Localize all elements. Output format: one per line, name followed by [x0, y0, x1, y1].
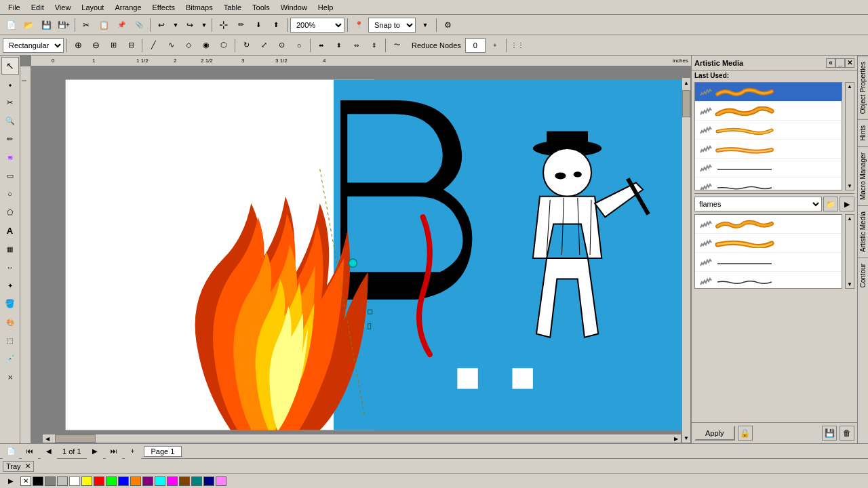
polygon-tool-btn[interactable]: ⬠ [1, 203, 19, 221]
mirror-v-btn[interactable]: ⇕ [366, 38, 382, 53]
yellow-swatch[interactable] [81, 476, 92, 486]
scrollbar-vertical[interactable]: ▲ ▼ [682, 77, 691, 443]
gray-swatch[interactable] [45, 476, 56, 486]
list-scroll-down[interactable]: ▼ [846, 182, 853, 190]
ellipse-tool-btn[interactable]: ○ [1, 185, 19, 203]
navy-swatch[interactable] [203, 476, 214, 486]
no-color-swatch[interactable]: ✕ [20, 476, 31, 486]
paste-button[interactable]: 📌 [113, 18, 130, 33]
scroll-thumb-horizontal[interactable] [55, 434, 96, 443]
panel-minimize[interactable]: _ [835, 58, 845, 68]
play-animation-btn[interactable]: ▶ [3, 474, 19, 489]
redo-dropdown[interactable]: ▼ [199, 18, 209, 33]
menu-bitmaps[interactable]: Bitmaps [180, 2, 218, 13]
flame-brush-3[interactable] [695, 253, 842, 272]
green-swatch[interactable] [106, 476, 117, 486]
freehand-tool-btn[interactable]: ✏ [1, 130, 19, 148]
flame-brush-1[interactable] [695, 215, 842, 234]
menu-edit[interactable]: Edit [26, 2, 50, 13]
panel-chevron-left[interactable]: « [826, 58, 835, 68]
brush-item-5[interactable] [695, 159, 842, 178]
brush-item-4[interactable] [695, 140, 842, 159]
menu-file[interactable]: File [3, 2, 26, 13]
interactive-tool-btn[interactable]: ✦ [1, 277, 19, 294]
tab-object-properties[interactable]: Object Properties [858, 56, 868, 119]
options-button[interactable]: ⚙ [439, 18, 456, 33]
flames-scroll-up[interactable]: ▲ [846, 215, 853, 222]
tab-hints[interactable]: Hints [858, 119, 868, 146]
red-swatch[interactable] [94, 476, 104, 486]
add-page-btn[interactable]: + [125, 444, 141, 459]
shape-select[interactable]: Rectangular [3, 38, 64, 53]
mirror-h-btn[interactable]: ⇔ [349, 38, 365, 53]
table-tool-btn[interactable]: ▦ [1, 240, 19, 258]
orange-swatch[interactable] [130, 476, 141, 486]
browse-folder-btn[interactable]: 📁 [823, 197, 838, 211]
select-tool-btn[interactable]: ↖ [1, 57, 19, 75]
smart-fill-btn[interactable]: 🎨 [1, 313, 19, 331]
canvas-area[interactable]: 0 1 1 1/2 2 2 1/2 3 3 1/2 4 inches | [20, 56, 691, 443]
export-button[interactable]: ⬆ [268, 18, 284, 33]
pink-swatch[interactable] [216, 476, 226, 486]
magenta-swatch[interactable] [167, 476, 178, 486]
save-as-button[interactable]: 💾+ [56, 18, 72, 33]
extend-curve-btn[interactable]: ⤢ [256, 38, 272, 53]
artistic-media-btn[interactable]: ≋ [1, 148, 19, 166]
last-page-btn[interactable]: ⏭ [106, 444, 122, 459]
open-curve-btn[interactable]: ○ [291, 38, 307, 53]
text-tool-btn[interactable]: A [1, 222, 19, 239]
category-select[interactable]: flames arrows artistic [694, 197, 822, 211]
list-scroll-up[interactable]: ▲ [846, 83, 853, 90]
menu-table[interactable]: Table [218, 2, 247, 13]
undo-button[interactable]: ↩ [153, 18, 170, 33]
menu-effects[interactable]: Effects [147, 2, 180, 13]
brush-item-6[interactable] [695, 178, 842, 190]
to-curve-btn[interactable]: ∿ [163, 38, 179, 53]
brush-item-2[interactable] [695, 102, 842, 121]
flame-brush-2[interactable] [695, 234, 842, 253]
del-node-btn[interactable]: ⊖ [87, 38, 104, 53]
redo-button[interactable]: ↪ [182, 18, 198, 33]
misc-btn[interactable]: ⋮⋮ [509, 38, 526, 53]
apply-button[interactable]: Apply [694, 426, 735, 441]
paste-special-button[interactable]: 📎 [131, 18, 147, 33]
symmetric-btn[interactable]: ⬡ [216, 38, 232, 53]
cut-button[interactable]: ✂ [78, 18, 94, 33]
save-button[interactable]: 💾 [38, 18, 54, 33]
dimension-tool-btn[interactable]: ↔ [1, 258, 19, 276]
node-tool-btn[interactable]: ⬥ [1, 75, 19, 93]
brush-item-1[interactable] [695, 83, 842, 102]
flames-brush-list[interactable] [694, 214, 842, 289]
prev-page-btn[interactable]: ◀ [41, 444, 57, 459]
menu-tools[interactable]: Tools [247, 2, 275, 13]
scroll-thumb-vertical[interactable] [682, 90, 690, 117]
new-button[interactable]: 📄 [3, 18, 19, 33]
tray-label-btn[interactable]: Tray ✕ [3, 461, 34, 472]
to-line-btn[interactable]: ╱ [145, 38, 161, 53]
tray-icon[interactable]: 📄 [3, 444, 19, 459]
flame-brush-4[interactable] [695, 272, 842, 289]
cusp-btn[interactable]: ◇ [180, 38, 197, 53]
tray-close-icon[interactable]: ✕ [25, 462, 31, 470]
copy-button[interactable]: 📋 [96, 18, 112, 33]
add-node-btn[interactable]: ⊕ [70, 38, 86, 53]
menu-layout[interactable]: Layout [76, 2, 109, 13]
scroll-up-arrow[interactable]: ▲ [682, 78, 691, 87]
open-button[interactable]: 📂 [20, 18, 37, 33]
purple-swatch[interactable] [142, 476, 153, 486]
align-h-btn[interactable]: ⬌ [313, 38, 330, 53]
lock-button[interactable]: 🔒 [738, 426, 753, 441]
list-scrollbar[interactable]: ▲ ▼ [845, 82, 854, 190]
select-tool[interactable]: ⊹ [215, 18, 231, 33]
cyan-swatch[interactable] [155, 476, 165, 486]
scroll-left-arrow[interactable]: ◀ [43, 434, 52, 443]
close-curve-btn[interactable]: ⊙ [273, 38, 290, 53]
scroll-right-arrow[interactable]: ▶ [671, 434, 681, 443]
smooth-btn[interactable]: ◉ [198, 38, 214, 53]
flames-scrollbar[interactable]: ▲ ▼ [845, 214, 854, 289]
snap-options[interactable]: ▼ [417, 18, 433, 33]
snap-select[interactable]: Snap to [368, 18, 416, 33]
fill-tool-btn[interactable]: 🪣 [1, 295, 19, 312]
next-category-btn[interactable]: ▶ [840, 197, 854, 211]
zoom-select[interactable]: 200% 100% 50% [290, 18, 344, 33]
